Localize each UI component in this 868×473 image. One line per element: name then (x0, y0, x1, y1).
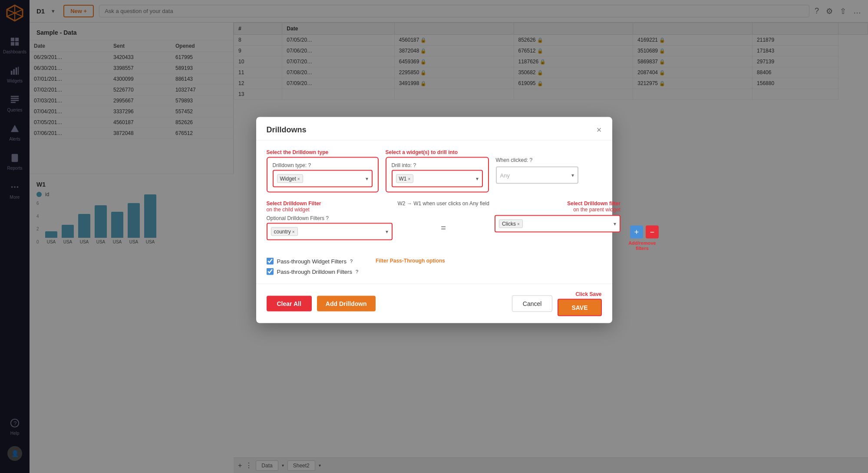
when-clicked-group: placeholder When clicked: ? Any ▾ (496, 149, 578, 193)
when-clicked-label: When clicked: ? (496, 157, 578, 163)
parent-filter-arrow: ▾ (614, 221, 616, 227)
drilldown-filters-label: Pass-through Drilldown Filters (277, 268, 352, 275)
add-remove-group: + − Add/remove filters (626, 200, 659, 251)
help-icon-2[interactable]: ? (413, 162, 416, 168)
widget-filters-label: Pass-through Widget Filters (277, 258, 347, 264)
drill-into-box: Drill into: ? W1 × ▾ (386, 157, 489, 193)
when-clicked-select[interactable]: Any ▾ (496, 167, 578, 184)
filter-pass-label: Filter Pass-Through options (376, 258, 445, 264)
drilldown-filters-row: Pass-through Drilldown Filters ? (267, 268, 359, 275)
add-drilldown-button[interactable]: Add Drilldown (317, 296, 376, 312)
footer-right: Cancel Click Save SAVE (512, 291, 602, 316)
section2-label: Select a widget(s) to drill into (386, 149, 489, 155)
close-button[interactable]: × (597, 125, 602, 135)
help-icon-3[interactable]: ? (530, 157, 533, 163)
filter-parent-group: Select Drilldown filter on the parent wi… (495, 200, 620, 233)
filter-right-label: Select Drilldown filter (495, 200, 620, 207)
dialog-title: Drilldowns (267, 125, 307, 135)
w1-tag: W1 × (396, 174, 414, 183)
row2-area: Select Drilldown Filter on the child wid… (267, 200, 602, 251)
drilldown-type-box: Drilldown type: ? Widget × ▾ (267, 157, 379, 193)
drill-into-select[interactable]: W1 × ▾ (392, 170, 483, 187)
filter-middle: W2 → W1 when user clicks on Any field = (398, 200, 489, 233)
drilldown-filters-checkbox[interactable] (267, 268, 274, 275)
help-icon-1[interactable]: ? (308, 162, 311, 168)
filter-left-sublabel: on the child widget (267, 207, 393, 213)
optional-filter-label: Optional Drilldown Filters ? (267, 215, 393, 221)
dialog-body: Select the Drilldown type Drilldown type… (256, 141, 612, 284)
country-tag: country × (271, 227, 298, 236)
w1-tag-remove[interactable]: × (408, 176, 411, 181)
when-clicked-arrow: ▾ (571, 172, 574, 178)
click-save-label: Click Save (575, 291, 601, 297)
save-button[interactable]: SAVE (558, 299, 601, 316)
drill-into-label: Drill into: ? (392, 162, 483, 168)
drilldown-type-select[interactable]: Widget × ▾ (273, 170, 373, 187)
dialog-footer: Clear All Add Drilldown Cancel Click Sav… (256, 284, 612, 323)
add-filter-button[interactable]: + (630, 226, 643, 239)
equals-sign: = (436, 223, 451, 233)
filter-pass-through-label-group: Filter Pass-Through options (376, 258, 445, 275)
filter-left-label: Select Drilldown Filter (267, 200, 393, 207)
filter-right-sublabel: on the parent widget (495, 207, 620, 213)
drill-into-arrow: ▾ (476, 176, 479, 182)
child-filter-select[interactable]: country × ▾ (267, 223, 393, 240)
clicks-tag: Clicks × (499, 220, 523, 228)
widget-tag: Widget × (277, 174, 303, 183)
pass-through-checkboxes: Pass-through Widget Filters ? Pass-throu… (267, 258, 359, 275)
help-icon-4[interactable]: ? (326, 215, 329, 221)
section1-label: Select the Drilldown type (267, 149, 379, 155)
drilldown-type-group: Select the Drilldown type Drilldown type… (267, 149, 379, 193)
filter-child-group: Select Drilldown Filter on the child wid… (267, 200, 393, 240)
drill-into-group: Select a widget(s) to drill into Drill i… (386, 149, 489, 193)
pass-through-area: Pass-through Widget Filters ? Pass-throu… (267, 258, 602, 275)
dialog-header: Drilldowns × (256, 117, 612, 141)
child-filter-arrow: ▾ (386, 229, 388, 235)
row1-fields: Select the Drilldown type Drilldown type… (267, 149, 602, 193)
drilldown-type-arrow: ▾ (366, 176, 368, 182)
cancel-button[interactable]: Cancel (512, 296, 553, 312)
help-icon-5[interactable]: ? (350, 259, 353, 264)
widget-filters-checkbox[interactable] (267, 258, 274, 265)
parent-filter-select[interactable]: Clicks × ▾ (495, 215, 620, 233)
middle-desc: W2 → W1 when user clicks on Any field (398, 200, 489, 207)
widget-filters-row: Pass-through Widget Filters ? (267, 258, 359, 265)
clear-all-button[interactable]: Clear All (267, 296, 312, 312)
widget-tag-remove[interactable]: × (297, 176, 300, 181)
footer-left: Clear All Add Drilldown (267, 296, 376, 312)
country-tag-remove[interactable]: × (292, 229, 295, 234)
clicks-tag-remove[interactable]: × (517, 221, 520, 226)
drilldown-type-label: Drilldown type: ? (273, 162, 373, 168)
add-remove-label: Add/remove filters (628, 240, 656, 251)
remove-filter-button[interactable]: − (646, 226, 659, 239)
add-remove-buttons: + − (630, 226, 659, 239)
drilldowns-dialog: Drilldowns × Select the Drilldown type D… (256, 117, 612, 323)
help-icon-6[interactable]: ? (356, 269, 358, 274)
